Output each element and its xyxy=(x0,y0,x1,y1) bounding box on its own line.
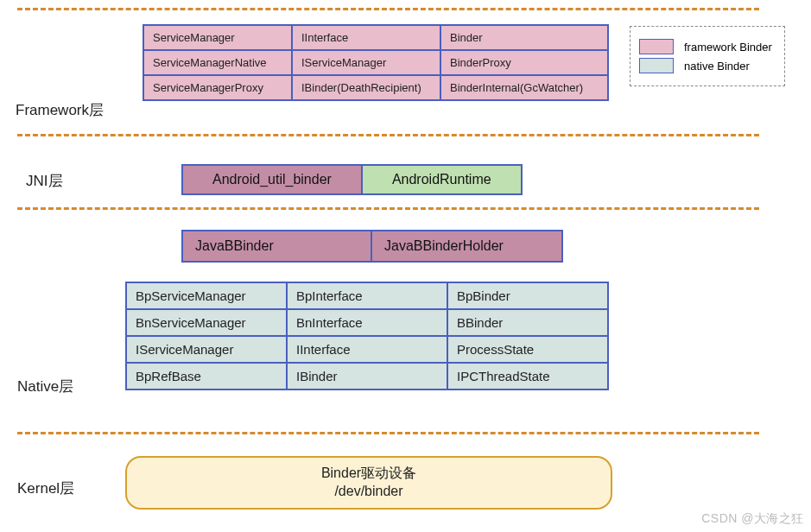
nt-cell: IInterface xyxy=(287,336,447,363)
fw-cell: BinderProxy xyxy=(440,50,608,75)
legend-label-framework: framework Binder xyxy=(684,41,772,54)
nt-cell: BBinder xyxy=(447,309,608,336)
divider-4 xyxy=(17,432,759,434)
fw-cell: IBinder(DeathRecipient) xyxy=(292,75,440,100)
nt-cell: BpServiceManager xyxy=(126,282,287,309)
native-table: BpServiceManager BpInterface BpBinder Bn… xyxy=(125,282,609,390)
legend-framework: framework Binder xyxy=(639,39,772,54)
fw-cell: ServiceManagerNative xyxy=(143,50,292,75)
kernel-line1: Binder驱动设备 xyxy=(127,465,611,483)
kernel-box: Binder驱动设备 /dev/binder xyxy=(125,456,612,510)
kernel-line2: /dev/binder xyxy=(127,483,611,501)
fw-cell: Binder xyxy=(440,25,608,50)
framework-table: ServiceManager IInterface Binder Service… xyxy=(143,24,609,101)
legend-swatch-native xyxy=(639,58,674,73)
nt-cell: IServiceManager xyxy=(126,336,287,363)
fw-cell: IInterface xyxy=(292,25,440,50)
layer-label-framework: Framework层 xyxy=(16,100,104,120)
nt-cell: BpInterface xyxy=(287,282,447,309)
layer-label-native: Native层 xyxy=(17,377,73,396)
fw-cell: ServiceManager xyxy=(143,25,292,50)
layer-label-jni: JNI层 xyxy=(26,171,63,191)
fw-cell: IServiceManager xyxy=(292,50,440,75)
nt-cell: BnServiceManager xyxy=(126,309,287,336)
legend-label-native: native Binder xyxy=(684,60,750,73)
divider-top xyxy=(17,8,759,10)
jni-cell-right: AndroidRuntime xyxy=(363,164,523,195)
legend-swatch-framework xyxy=(639,39,674,54)
divider-3 xyxy=(17,207,759,210)
jni-row: Android_util_binder AndroidRuntime xyxy=(181,164,523,195)
layer-label-kernel: Kernel层 xyxy=(17,478,74,498)
watermark: CSDN @大海之狂 xyxy=(701,511,804,527)
nt-cell: ProcessState xyxy=(447,336,608,363)
fw-cell: ServiceManagerProxy xyxy=(143,75,292,100)
nt-cell: IPCThreadState xyxy=(447,363,608,390)
divider-2 xyxy=(17,134,759,136)
javab-cell: JavaBBinderHolder xyxy=(372,230,563,263)
nt-cell: IBinder xyxy=(287,363,447,390)
fw-cell: BinderInternal(GcWatcher) xyxy=(440,75,608,100)
javab-cell: JavaBBinder xyxy=(181,230,372,263)
nt-cell: BpBinder xyxy=(447,282,608,309)
jni-cell-left: Android_util_binder xyxy=(181,164,363,195)
javab-row: JavaBBinder JavaBBinderHolder xyxy=(181,230,563,263)
legend-native: native Binder xyxy=(639,58,772,73)
nt-cell: BnInterface xyxy=(287,309,447,336)
nt-cell: BpRefBase xyxy=(126,363,287,390)
legend-box: framework Binder native Binder xyxy=(630,26,785,86)
